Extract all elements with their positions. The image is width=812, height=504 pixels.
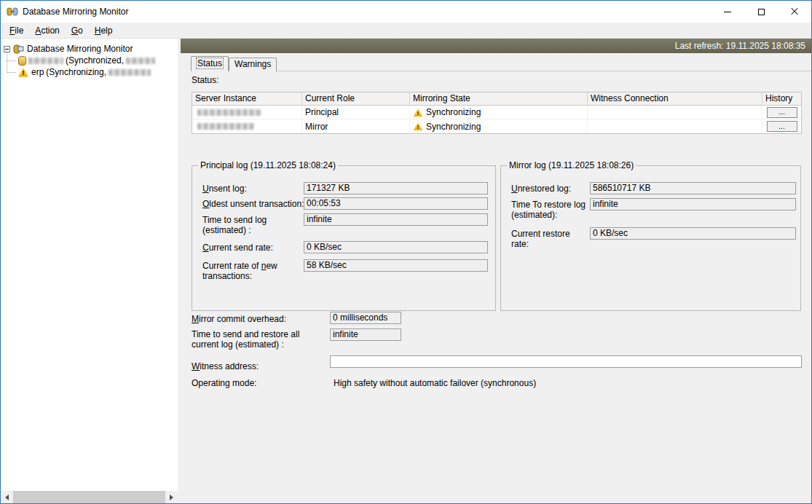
warning-icon [18,68,28,77]
operating-mode-value: High safety without automatic failover (… [334,378,536,388]
maximize-icon [758,9,765,15]
arrow-right-icon [170,495,173,500]
tree-root-node[interactable]: Database Mirroring Monitor [4,43,133,55]
collapse-icon[interactable] [4,46,10,52]
time-to-restore-log-field[interactable]: infinite [590,198,796,210]
scroll-right-button[interactable] [165,491,178,503]
cell-witness-connection [588,106,762,119]
menu-go[interactable]: Go [66,24,89,37]
time-to-restore-log-label: Time To restore log (estimated): [511,200,588,220]
cell-witness-connection [588,119,762,133]
operating-mode-label: Operating mode: [192,378,328,388]
witness-address-field[interactable] [330,355,802,368]
current-restore-rate-field[interactable]: 0 KB/sec [590,227,796,240]
tree-connector-stub [7,60,16,61]
history-button[interactable]: ... [767,107,797,118]
redacted-text [197,109,261,116]
window-controls [711,1,811,23]
tab-strip: Status Warnings [191,56,811,71]
redacted-text [109,69,151,76]
tree-item-name: erp [31,67,44,77]
cell-mirroring-state: Synchronizing [410,119,588,133]
column-header-current-role[interactable]: Current Role [302,92,410,105]
unrestored-log-field[interactable]: 586510717 KB [590,182,796,194]
horizontal-scrollbar[interactable] [1,491,178,503]
app-icon [7,6,18,17]
mirror-log-group-title: Mirror log (19.11.2025 18:08:26) [507,160,636,170]
arrow-left-icon [5,495,9,500]
cell-server-instance [192,106,302,119]
menu-help[interactable]: Help [89,24,119,37]
title-bar: Database Mirroring Monitor [1,1,811,23]
content-panel: Last refresh: 19.11.2025 18:08:35 Status… [181,39,811,503]
status-section-label: Status: [192,75,218,85]
tab-warnings-label: Warnings [234,59,271,69]
window-title: Database Mirroring Monitor [23,7,711,17]
summary-section: Mirror commit overhead: 0 milliseconds T… [192,310,802,404]
history-button[interactable]: ... [767,121,797,132]
redacted-text [197,123,254,130]
menu-action[interactable]: Action [29,24,65,37]
mirror-log-group: Mirror log (19.11.2025 18:08:26) Unresto… [500,165,801,311]
warning-icon [414,122,423,131]
column-header-witness-connection[interactable]: Witness Connection [588,92,762,105]
minimize-button[interactable] [711,1,744,23]
unsent-log-label: Unsent log: [202,184,304,194]
oldest-unsent-transaction-field[interactable]: 00:05:53 [304,197,488,210]
current-send-rate-label: Current send rate: [202,243,304,253]
redacted-text [126,58,155,64]
minimize-icon [724,12,731,12]
tab-status[interactable]: Status [191,56,229,71]
principal-log-group: Principal log (19.11.2025 18:08:24) Unse… [192,165,496,311]
tab-status-label: Status [197,58,223,68]
mirror-commit-overhead-field[interactable]: 0 milliseconds [330,312,401,324]
unrestored-log-label: Unrestored log: [511,184,588,194]
tree-root-label: Database Mirroring Monitor [27,44,133,54]
tree-panel: Database Mirroring Monitor (Synchronized… [1,39,178,503]
current-restore-rate-label: Current restore rate: [511,229,588,249]
menu-bar: File Action Go Help [1,23,811,39]
monitor-icon [13,44,24,54]
principal-log-group-title: Principal log (19.11.2025 18:08:24) [198,160,338,170]
status-table: Server Instance Current Role Mirroring S… [192,92,802,134]
close-button[interactable] [778,1,811,23]
time-to-send-log-field[interactable]: infinite [304,213,488,226]
column-header-history[interactable]: History [762,92,801,105]
menu-file[interactable]: File [4,24,29,37]
tree-item-erp-db[interactable]: erp (Synchronizing, [18,66,153,78]
cell-current-role: Principal [302,106,410,119]
mirror-commit-overhead-label: Mirror commit overhead: [192,314,328,324]
cell-mirroring-state: Synchronizing [410,106,588,119]
column-header-server-instance[interactable]: Server Instance [192,92,302,105]
scrollbar-thumb[interactable] [13,491,165,503]
time-send-restore-field[interactable]: infinite [330,328,401,341]
cell-current-role: Mirror [302,119,410,133]
cell-history: ... [762,106,801,119]
tree-item-label: (Synchronizing, [46,67,106,77]
app-window: Database Mirroring Monitor File Action G… [0,0,812,504]
current-send-rate-field[interactable]: 0 KB/sec [304,241,488,253]
tree-item-label: (Synchronized, [66,55,124,66]
tree-connector-stub [7,72,16,73]
warning-icon [414,108,423,117]
close-icon [790,7,799,16]
time-send-restore-label: Time to send and restore all current log… [192,329,328,350]
time-to-send-log-label: Time to send log (estimated) : [202,215,304,235]
unsent-log-field[interactable]: 171327 KB [304,182,488,194]
table-header-row: Server Instance Current Role Mirroring S… [192,92,801,106]
table-row[interactable]: Mirror Synchronizing ... [192,119,801,133]
witness-address-label: Witness address: [192,361,328,371]
current-rate-new-transactions-label: Current rate of new transactions: [202,261,304,281]
oldest-unsent-transaction-label: Oldest unsent transaction: [202,199,304,209]
database-icon [18,56,26,66]
current-rate-new-transactions-field[interactable]: 58 KB/sec [304,259,488,272]
maximize-button[interactable] [744,1,778,23]
scroll-left-button[interactable] [1,491,13,503]
cell-server-instance [192,119,302,133]
table-row[interactable]: Principal Synchronizing ... [192,106,801,119]
tree-item-synchronized-db[interactable]: (Synchronized, [18,55,157,66]
column-header-mirroring-state[interactable]: Mirroring State [410,92,588,105]
tab-warnings[interactable]: Warnings [229,58,277,71]
redacted-text [28,58,63,64]
last-refresh-bar: Last refresh: 19.11.2025 18:08:35 [181,39,811,53]
